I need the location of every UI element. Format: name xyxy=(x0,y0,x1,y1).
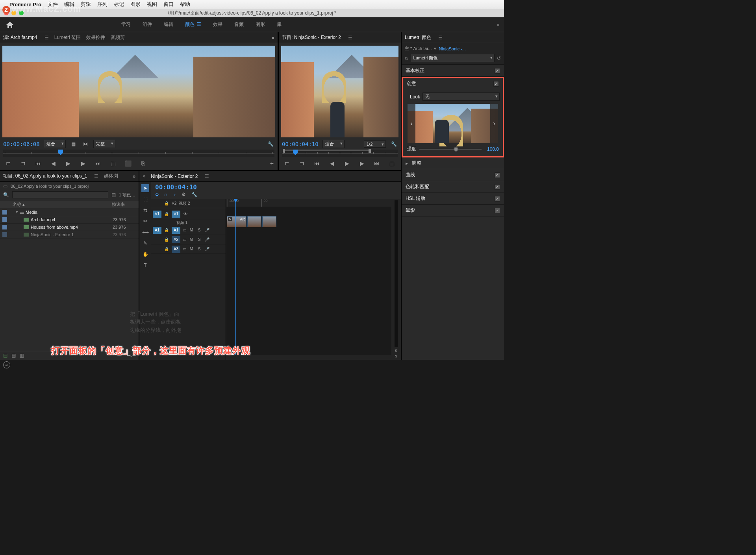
source-scrub-bar[interactable] xyxy=(3,150,274,157)
basic-toggle-checkbox[interactable] xyxy=(495,68,500,74)
mark-out-button[interactable]: ⊐ xyxy=(298,160,306,167)
look-dropdown[interactable]: 无 xyxy=(422,92,500,101)
go-to-out-button[interactable]: ⏭ xyxy=(94,160,102,167)
tab-sequence[interactable]: NinjaSonic - Exterior 2 xyxy=(151,174,198,179)
mark-in-button[interactable]: ⊏ xyxy=(4,160,13,167)
target-a1[interactable]: A1 xyxy=(172,227,180,234)
panel-menu-icon[interactable]: ☰ xyxy=(205,174,209,179)
lumetri-section-adjust[interactable]: 调整 xyxy=(402,157,504,169)
creative-cloud-icon[interactable]: ∞ xyxy=(3,361,10,368)
source-timecode[interactable]: 00:00:06:08 xyxy=(3,141,40,147)
lumetri-sequence-link[interactable]: NinjaSonic -... xyxy=(439,46,465,51)
icon-view-icon[interactable]: ▦ xyxy=(11,353,16,358)
workspace-audio[interactable]: 音频 xyxy=(233,20,245,30)
tab-lumetri-color[interactable]: Lumetri 颜色 xyxy=(405,34,431,41)
lumetri-effect-dropdown[interactable]: Lumetri 颜色 xyxy=(411,54,495,62)
track-header-a1[interactable]: A1 🔒 A1 ▭ M S 🎤 xyxy=(151,226,226,235)
lumetri-section-hsl[interactable]: HSL 辅助 xyxy=(402,193,504,205)
panel-menu-icon[interactable]: ☰ xyxy=(348,35,352,41)
workspace-libraries[interactable]: 库 xyxy=(276,20,282,30)
menu-marker[interactable]: 标记 xyxy=(114,1,124,8)
window-zoom-button[interactable] xyxy=(19,11,24,15)
wheels-toggle-checkbox[interactable] xyxy=(495,184,500,190)
razor-tool[interactable]: ✂ xyxy=(141,217,149,225)
expand-icon[interactable]: ▾ xyxy=(16,209,18,215)
program-timecode[interactable]: 00:00:04:10 xyxy=(282,141,319,147)
table-row[interactable]: ▾ ▬ Media xyxy=(0,208,139,216)
timeline-h-scrollbar[interactable] xyxy=(226,355,391,360)
workspace-learn[interactable]: 学习 xyxy=(120,20,132,30)
look-next-button[interactable]: › xyxy=(490,104,498,143)
timeline-playhead[interactable] xyxy=(235,199,236,360)
step-forward-button[interactable]: ▶ xyxy=(358,160,366,167)
slip-tool[interactable]: ⟷ xyxy=(141,228,149,236)
go-to-out-button[interactable]: ⏭ xyxy=(372,160,381,167)
program-fit-dropdown[interactable]: 适合 xyxy=(322,140,345,148)
lumetri-section-basic[interactable]: 基本校正 xyxy=(402,65,504,77)
lift-button[interactable]: ⬚ xyxy=(387,160,396,167)
vignette-toggle-checkbox[interactable] xyxy=(495,208,500,213)
track-header-v2[interactable]: 🔒 V2 视频 2 xyxy=(151,199,226,208)
col-name[interactable]: 名称 ▴ xyxy=(13,202,112,207)
workspace-editing[interactable]: 编辑 xyxy=(163,20,174,30)
lumetri-section-vignette[interactable]: 晕影 xyxy=(402,205,504,216)
wrench-icon[interactable]: 🔧 xyxy=(191,192,197,197)
search-icon[interactable]: 🔍 xyxy=(3,192,9,198)
panel-menu-icon[interactable]: ☰ xyxy=(438,35,443,41)
source-patch-a1[interactable]: A1 xyxy=(153,227,161,234)
workspace-graphics[interactable]: 图形 xyxy=(255,20,266,30)
tab-program[interactable]: 节目: NinjaSonic - Exterior 2 xyxy=(282,34,341,41)
go-to-in-button[interactable]: ⏮ xyxy=(34,160,43,167)
track-header-a2[interactable]: 🔒 A2 ▭ M S 🎤 xyxy=(151,235,226,244)
track-header-a3[interactable]: 🔒 A3 ▭ M S 🎤 xyxy=(151,244,226,254)
selection-tool[interactable]: ➤ xyxy=(141,184,149,192)
source-safe-margins-icon[interactable]: ▦ xyxy=(70,141,78,148)
timeline-tracks-area[interactable]: :00:00 :00 fx Arc xyxy=(226,199,391,360)
hsl-toggle-checkbox[interactable] xyxy=(495,196,500,202)
settings-icon[interactable]: ⚙ xyxy=(182,192,186,197)
program-scrub-bar[interactable] xyxy=(282,150,398,157)
menu-window[interactable]: 窗口 xyxy=(163,1,174,8)
panel-menu-icon[interactable]: ☰ xyxy=(94,174,98,179)
source-settings-icon[interactable]: 🔧 xyxy=(267,141,274,148)
program-quality-dropdown[interactable]: 1/2 xyxy=(364,141,386,148)
tabs-overflow[interactable]: » xyxy=(272,35,274,41)
project-search-input[interactable] xyxy=(12,191,108,198)
list-view-icon[interactable]: ▤ xyxy=(3,353,7,358)
table-row[interactable]: NinjaSonic - Exterior 1 23.976 xyxy=(0,231,139,239)
freeform-view-icon[interactable]: ▥ xyxy=(20,353,24,358)
lumetri-master-clip[interactable]: 主 * Arch far... xyxy=(405,46,432,52)
window-minimize-button[interactable] xyxy=(11,11,16,15)
look-prev-button[interactable]: ‹ xyxy=(408,104,415,143)
play-button[interactable]: ▶ xyxy=(64,160,72,167)
add-button-source[interactable]: + xyxy=(270,160,274,167)
program-video-frame[interactable] xyxy=(281,46,398,137)
timeline-clip[interactable] xyxy=(247,216,261,227)
mark-in-button[interactable]: ⊏ xyxy=(283,160,291,167)
home-button[interactable] xyxy=(4,20,16,30)
menu-edit[interactable]: 编辑 xyxy=(64,1,74,8)
solo-safe-s[interactable]: S xyxy=(395,354,397,358)
track-header-v1[interactable]: V1 🔒 V1 👁 xyxy=(151,208,226,220)
menu-file[interactable]: 文件 xyxy=(48,1,58,8)
intensity-slider[interactable] xyxy=(419,149,482,150)
step-back-button[interactable]: ◀ xyxy=(328,160,336,167)
tabs-overflow[interactable]: » xyxy=(133,174,135,179)
source-video-frame[interactable] xyxy=(2,46,275,137)
hand-tool[interactable]: ✋ xyxy=(141,250,149,258)
marker-icon[interactable]: ⬨ xyxy=(173,192,176,197)
curves-toggle-checkbox[interactable] xyxy=(495,172,500,178)
type-tool[interactable]: T xyxy=(141,261,149,269)
table-row[interactable]: Houses from above.mp4 23.976 xyxy=(0,224,139,231)
lumetri-section-wheels[interactable]: 色轮和匹配 xyxy=(402,181,504,193)
menu-sequence[interactable]: 序列 xyxy=(97,1,107,8)
workspace-overflow[interactable]: » xyxy=(497,22,500,28)
target-v1[interactable]: V1 xyxy=(172,211,180,218)
intensity-value[interactable]: 100.0 xyxy=(485,146,499,152)
window-close-button[interactable] xyxy=(4,11,9,15)
snap-icon[interactable]: ⬙ xyxy=(155,192,159,197)
program-settings-icon[interactable]: 🔧 xyxy=(390,141,398,148)
workspace-assembly[interactable]: 组件 xyxy=(142,20,153,30)
col-fps[interactable]: 帧速率 xyxy=(112,202,135,207)
reset-effect-icon[interactable]: ↺ xyxy=(497,56,501,61)
